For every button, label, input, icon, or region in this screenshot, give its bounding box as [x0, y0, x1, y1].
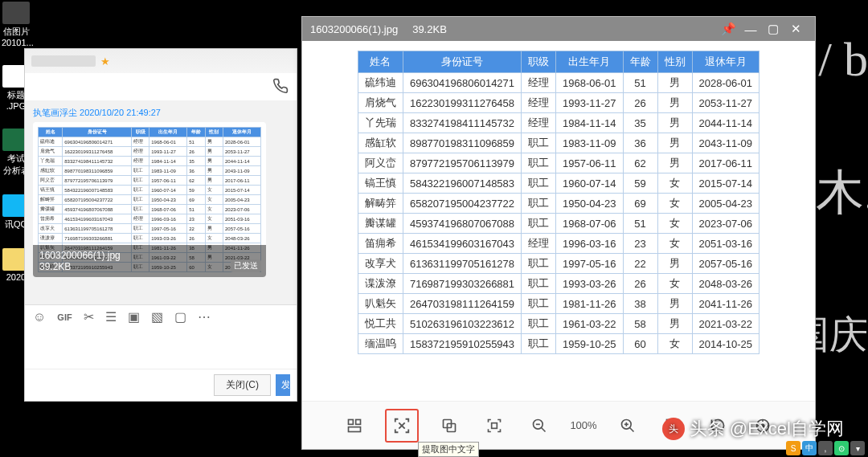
table-cell: 女 — [657, 194, 692, 214]
table-cell: 笛痈希 — [358, 234, 403, 254]
table-cell: 879772195706113979 — [403, 153, 521, 173]
chat-window: ★ 执笔画浮尘 2020/10/20 21:49:27 姓名身份证号职级出生年月… — [24, 48, 297, 402]
table-cell: 瓣谋罐 — [358, 214, 403, 234]
table-header: 出生年月 — [556, 51, 624, 73]
table-cell: 584322196007148583 — [403, 173, 521, 194]
table-cell: 阿义峦 — [358, 153, 403, 173]
pin-icon[interactable]: 📌 — [717, 22, 739, 36]
table-row: 解畴笄658207195004237722职工1950-04-2369女2005… — [358, 194, 759, 214]
table-cell: 男 — [657, 294, 692, 314]
table-cell: 叭魁矢 — [358, 294, 403, 314]
table-cell: 男 — [657, 133, 692, 153]
table-cell: 2021-03-22 — [692, 314, 760, 334]
collage-icon[interactable] — [340, 411, 369, 440]
minimize-icon[interactable]: — — [739, 22, 762, 36]
more-icon[interactable]: ⋯ — [198, 309, 211, 324]
table-cell: 1981-11-26 — [556, 294, 624, 314]
desktop-icon[interactable]: 信图片 20101... — [0, 0, 32, 49]
close-icon[interactable]: ✕ — [784, 22, 807, 36]
table-row: 瓣谋罐459374196807067088职工1968-07-0651女2023… — [358, 214, 759, 234]
table-cell: 女 — [657, 334, 692, 354]
svg-line-10 — [629, 427, 633, 431]
table-cell: 职工 — [522, 314, 556, 334]
table-cell: 谍泼潦 — [358, 274, 403, 294]
image-message-bubble[interactable]: 姓名身份证号职级出生年月年龄性别退休年月 硫纬迪6963041968060142… — [33, 122, 266, 277]
text-icon[interactable]: ☰ — [105, 309, 117, 324]
tray-icon[interactable]: S — [786, 441, 800, 455]
table-header: 退休年月 — [692, 51, 760, 73]
tray-icon[interactable]: , — [818, 441, 833, 455]
table-cell: 1959-10-25 — [556, 334, 624, 354]
viewer-body: 姓名身份证号职级出生年月年龄性别退休年月 硫纬迪6963041968060142… — [302, 41, 815, 401]
table-cell: 女 — [657, 173, 692, 194]
table-cell: 男 — [657, 113, 692, 133]
table-cell: 经理 — [522, 113, 556, 133]
table-cell: 461534199603167043 — [403, 234, 521, 254]
table-cell: 女 — [657, 234, 692, 254]
tray-icon[interactable]: 中 — [802, 441, 817, 455]
table-cell: 1984-11-14 — [556, 113, 624, 133]
table-row: 叭魁矢264703198111264159职工1981-11-2638男2041… — [358, 294, 759, 314]
shake-icon[interactable]: ▢ — [174, 309, 186, 324]
viewer-filename: 1603200066(1).jpg — [310, 23, 398, 35]
table-cell: 2043-11-09 — [692, 133, 760, 153]
emoji-icon[interactable]: ☺ — [33, 310, 46, 324]
table-cell: 658207195004237722 — [403, 194, 521, 214]
table-cell: 36 — [623, 133, 657, 153]
image-icon[interactable]: ▧ — [151, 309, 163, 324]
table-cell: 1993-11-27 — [556, 93, 624, 113]
phone-icon[interactable] — [272, 78, 289, 96]
thumb-filename: 1603200066(1).jpg — [39, 250, 260, 261]
close-button[interactable]: 关闭(C) — [214, 374, 271, 396]
table-cell: 60 — [623, 334, 657, 354]
watermark-text: 头条 @Excel自学网 — [690, 417, 844, 441]
table-cell: 2005-04-23 — [692, 194, 760, 214]
zoom-out-icon[interactable] — [525, 411, 554, 440]
table-header: 年龄 — [623, 51, 657, 73]
table-cell: 男 — [657, 314, 692, 334]
table-cell: 1957-06-11 — [556, 153, 624, 173]
crop-icon[interactable] — [480, 411, 509, 440]
table-cell: 职工 — [522, 334, 556, 354]
folder-icon[interactable]: ▣ — [128, 309, 140, 324]
cut-icon[interactable]: ✂ — [84, 309, 94, 324]
table-cell: 改享犬 — [358, 254, 403, 274]
table-cell: 2048-03-26 — [692, 274, 760, 294]
table-cell: 22 — [623, 254, 657, 274]
send-button[interactable]: 发 — [276, 374, 290, 396]
tray-icon[interactable]: ⊙ — [834, 441, 849, 455]
table-row: 硫纬迪696304196806014271经理1968-06-0151男2028… — [358, 73, 759, 93]
table-cell: 2015-07-14 — [692, 173, 760, 194]
table-cell: 职工 — [522, 294, 556, 314]
chat-header: ★ — [25, 49, 297, 73]
table-cell: 1960-07-14 — [556, 173, 624, 194]
table-cell: 510263196103223612 — [403, 314, 521, 334]
message-timestamp: 执笔画浮尘 2020/10/20 21:49:27 — [33, 107, 289, 119]
table-cell: 职工 — [522, 194, 556, 214]
chat-input-area[interactable] — [25, 328, 297, 369]
table-cell: 感缸软 — [358, 133, 403, 153]
table-row: 悦工共510263196103223612职工1961-03-2258男2021… — [358, 314, 759, 334]
star-icon[interactable]: ★ — [100, 55, 110, 67]
table-cell: 职工 — [522, 214, 556, 234]
table-header: 身份证号 — [403, 51, 521, 73]
table-row: 镐王慎584322196007148583职工1960-07-1459女2015… — [358, 173, 759, 194]
table-cell: 职工 — [522, 173, 556, 194]
contact-name — [31, 55, 96, 67]
toutiao-logo-icon: 头 — [662, 418, 685, 440]
chat-body: 执笔画浮尘 2020/10/20 21:49:27 姓名身份证号职级出生年月年龄… — [25, 100, 297, 304]
table-cell: 1968-07-06 — [556, 214, 624, 234]
table-cell: 职工 — [522, 274, 556, 294]
translate-icon[interactable] — [435, 411, 464, 440]
table-cell: 女 — [657, 214, 692, 234]
table-cell: 经理 — [522, 234, 556, 254]
ocr-icon[interactable] — [385, 409, 419, 443]
table-cell: 2017-06-11 — [692, 153, 760, 173]
gif-icon[interactable]: GIF — [57, 312, 72, 322]
watermark: 头 头条 @Excel自学网 — [662, 417, 844, 441]
maximize-icon[interactable]: ▢ — [762, 22, 784, 36]
tray-icon[interactable]: ▾ — [850, 441, 865, 455]
table-cell: 833274198411145732 — [403, 113, 521, 133]
zoom-in-icon[interactable] — [613, 411, 642, 440]
table-row: 改享犬613631199705161278职工1997-05-1622男2057… — [358, 254, 759, 274]
